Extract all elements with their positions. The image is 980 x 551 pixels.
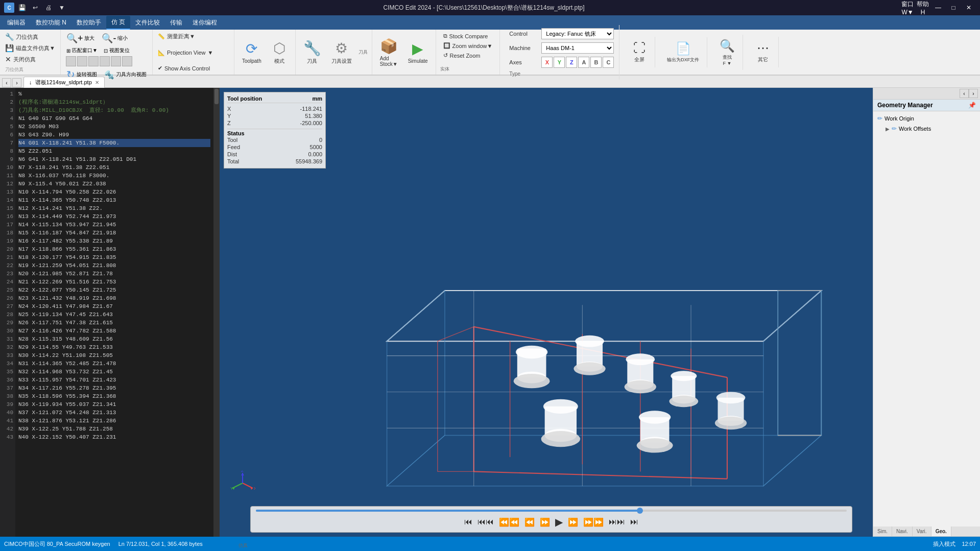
show-axis-control-button[interactable]: ✔ Show Axis Control	[155, 64, 213, 73]
axis-y-button[interactable]: Y	[554, 57, 565, 68]
code-line[interactable]: N30 X-114.22 Y51.108 Z21.505	[18, 351, 210, 360]
tool-direction-button[interactable]: 🔩 刀具方向视图	[102, 67, 149, 82]
vari-tab[interactable]: Vari.	[913, 526, 931, 536]
code-line[interactable]: N33 X-115.957 Y54.701 Z21.423	[18, 376, 210, 384]
tool-button[interactable]: 🔧 刀具	[300, 38, 325, 67]
axis-b-button[interactable]: B	[590, 57, 602, 68]
code-line[interactable]: N3 G43 Z90. H99	[18, 131, 210, 139]
menu-nc-functions[interactable]: 数控功能 N	[31, 16, 71, 29]
code-line[interactable]: N21 X-122.269 Y51.516 Z21.753	[18, 278, 210, 286]
menu-file-compare[interactable]: 文件比较	[130, 16, 165, 29]
code-line[interactable]: N15 X-116.187 Y54.847 Z21.918	[18, 229, 210, 237]
machine-select[interactable]: Haas DM-1	[541, 42, 614, 54]
code-line[interactable]: N23 X-121.432 Y48.919 Z21.698	[18, 294, 210, 302]
step-back-button[interactable]: ⏩	[539, 516, 551, 528]
code-line[interactable]: N24 X-120.411 Y47.984 Z21.67	[18, 302, 210, 310]
tab-close-button[interactable]: ✕	[95, 80, 99, 85]
code-line[interactable]: N25 X-119.134 Y47.45 Z21.643	[18, 310, 210, 319]
cube-btn-5[interactable]	[111, 56, 121, 66]
code-line[interactable]: N31 X-114.365 Y52.485 Z21.478	[18, 360, 210, 368]
geo-prev-button[interactable]: ‹	[960, 89, 969, 98]
progress-thumb[interactable]	[637, 508, 643, 514]
zoom-window-button[interactable]: 🔲 Zoom window▼	[440, 41, 496, 50]
geo-next-button[interactable]: ›	[969, 89, 978, 98]
code-line[interactable]: N40 X-122.152 Y50.407 Z21.231	[18, 433, 210, 441]
search-button[interactable]: 🔍 查找F ▼	[715, 37, 738, 68]
code-line[interactable]: N20 X-121.985 Y52.871 Z21.78	[18, 270, 210, 278]
view-reset-button[interactable]: ⊡ 视图复位	[101, 46, 132, 55]
code-line[interactable]: N38 X-121.876 Y53.121 Z21.286	[18, 417, 210, 425]
step-forward-button[interactable]: ⏩	[567, 516, 579, 528]
reset-zoom-button[interactable]: ↺ Reset Zoom	[440, 51, 484, 60]
code-line[interactable]: N7 X-118.241 Y51.38 Z22.051	[18, 163, 210, 172]
cube-btn-1[interactable]	[66, 56, 76, 66]
code-line[interactable]: N14 X-115.134 Y53.947 Z21.945	[18, 221, 210, 229]
other-button[interactable]: ⋯ 其它	[751, 39, 774, 65]
undo-button[interactable]: ↩	[30, 2, 41, 13]
axis-a-button[interactable]: A	[578, 57, 589, 68]
menu-mini-program[interactable]: 迷你编程	[187, 16, 222, 29]
maximize-button[interactable]: □	[946, 3, 961, 13]
code-lines[interactable]: %(程序名:谱橱港1214sw_sldprt）(刀具名:MILL_D10CBJX…	[15, 88, 213, 537]
tool-position-sim-button[interactable]: 🔧 刀位仿真	[2, 32, 41, 42]
code-line[interactable]: N5 Z22.051	[18, 147, 210, 155]
fullscreen-button[interactable]: ⛶ 全屏	[628, 39, 651, 65]
goto-start-button[interactable]: ⏮	[463, 516, 473, 528]
measure-distance-button[interactable]: 📏 测量距离▼	[155, 32, 198, 41]
simulate-button[interactable]: ▶ Simulate	[404, 38, 432, 66]
progress-slider[interactable]	[256, 510, 847, 512]
sim-tab[interactable]: Sim.	[873, 526, 892, 536]
save-button[interactable]: 💾	[16, 2, 28, 13]
geo-tab-item[interactable]: Geo.	[931, 526, 951, 536]
code-line[interactable]: (程序名:谱橱港1214sw_sldprt）	[18, 98, 210, 106]
code-line[interactable]: N26 X-117.751 Y47.38 Z21.615	[18, 319, 210, 327]
disk-file-sim-button[interactable]: 💾 磁盘文件仿真▼	[2, 43, 58, 53]
zoom-in-button[interactable]: 🔍+ 放大	[64, 32, 98, 45]
dropdown-button[interactable]: ▼	[56, 2, 67, 13]
code-line[interactable]: N16 X-117.482 Y55.338 Z21.89	[18, 237, 210, 245]
add-stock-button[interactable]: 📦 Add Stock▼	[376, 36, 401, 69]
stock-compare-button[interactable]: ⧉ Stock Compare	[440, 32, 491, 40]
toolpath-button[interactable]: ⟳ Toolpath	[238, 38, 265, 66]
step-forward-large-button[interactable]: ⏭⏭	[608, 516, 626, 528]
code-line[interactable]: N18 X-120.177 Y54.915 Z21.835	[18, 253, 210, 261]
code-line[interactable]: N29 X-114.55 Y49.763 Z21.533	[18, 343, 210, 351]
code-line[interactable]: N13 X-114.449 Y52.744 Z21.973	[18, 212, 210, 221]
cube-btn-3[interactable]	[88, 56, 99, 66]
axis-x-button[interactable]: X	[541, 57, 553, 68]
code-line[interactable]: N17 X-118.866 Y55.361 Z21.863	[18, 245, 210, 253]
code-line[interactable]: N32 X-114.968 Y53.732 Z21.45	[18, 368, 210, 376]
tool-settings-button[interactable]: ⚙ 刀具设置	[328, 38, 355, 67]
menu-simulation[interactable]: 仿 页	[106, 16, 130, 30]
navi-tab[interactable]: Navi.	[892, 526, 913, 536]
code-line[interactable]: N9 X-115.4 Y50.021 Z22.038	[18, 180, 210, 188]
export-dxf-button[interactable]: 📄 输出为DXF文件	[663, 39, 703, 65]
code-line[interactable]: N27 X-116.426 Y47.782 Z21.588	[18, 327, 210, 335]
cube-btn-4[interactable]	[100, 56, 110, 66]
axis-c-button[interactable]: C	[603, 57, 614, 68]
editor-scrollbar[interactable]	[213, 88, 220, 537]
rewind-button[interactable]: ⏪	[523, 516, 536, 528]
print-button[interactable]: 🖨	[43, 2, 54, 13]
tab-prev-button[interactable]: ‹	[2, 78, 11, 87]
close-button[interactable]: ✕	[962, 3, 976, 13]
code-line[interactable]: N12 X-114.241 Y51.38 Z22.	[18, 204, 210, 212]
code-line[interactable]: N28 X-115.315 Y48.609 Z21.56	[18, 335, 210, 343]
rewind-fast-button[interactable]: ⏪⏪	[498, 516, 520, 528]
code-line[interactable]: N35 X-118.596 Y55.394 Z21.368	[18, 392, 210, 400]
3d-viewport[interactable]: Tool position mm X -118.241 Y 51.380 Z -…	[220, 88, 873, 537]
code-line[interactable]: (刀具名:MILL_D10CBJX 直径: 10.00 底角R: 0.00)	[18, 106, 210, 114]
minimize-button[interactable]: —	[931, 3, 945, 13]
close-sim-button[interactable]: ✕ 关闭仿真	[2, 54, 39, 64]
menu-transfer[interactable]: 传输	[165, 16, 187, 29]
code-line[interactable]: N39 X-122.25 Y51.788 Z21.258	[18, 425, 210, 433]
work-offsets-item[interactable]: ▶ ✏ Work Offsets	[875, 124, 978, 134]
code-line[interactable]: N19 X-121.259 Y54.051 Z21.808	[18, 261, 210, 270]
code-line[interactable]: N8 X-116.037 Y50.118 F3000.	[18, 172, 210, 180]
goto-end-button[interactable]: ⏭	[629, 516, 639, 528]
forward-fast-button[interactable]: ⏩⏩	[582, 516, 605, 528]
code-line[interactable]: N11 X-114.365 Y50.748 Z22.013	[18, 196, 210, 204]
cube-btn-2[interactable]	[77, 56, 87, 66]
zoom-out-button[interactable]: 🔍- 缩小	[99, 32, 130, 45]
projection-view-button[interactable]: 📐 Projection View ▼	[155, 49, 217, 57]
